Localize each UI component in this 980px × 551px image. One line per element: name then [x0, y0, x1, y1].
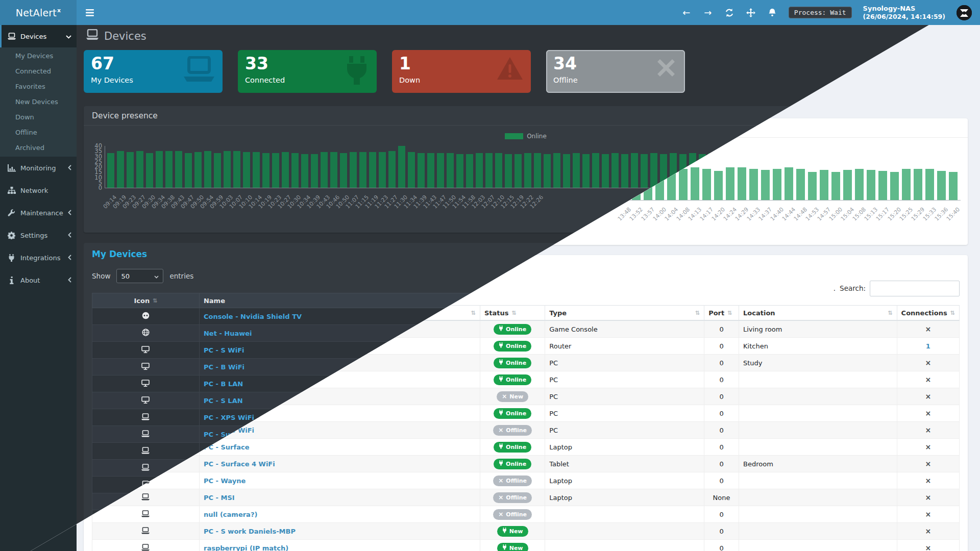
chart-bar[interactable]: [785, 167, 793, 200]
device-name-link[interactable]: PC - XPS WiFi: [204, 414, 254, 421]
chart-bar[interactable]: [379, 152, 386, 188]
device-name-link[interactable]: PC - S WiFi: [204, 346, 244, 354]
chart-bar[interactable]: [855, 169, 864, 201]
device-name-link[interactable]: raspberrypi (IP match): [204, 544, 288, 551]
chart-bar[interactable]: [127, 152, 134, 188]
device-name-link[interactable]: null (camera?): [204, 511, 257, 518]
chart-bar[interactable]: [602, 154, 609, 188]
delete-connection-icon[interactable]: ×: [925, 493, 931, 502]
chart-bar[interactable]: [156, 151, 163, 188]
device-name-link[interactable]: PC - B WiFi: [204, 363, 244, 371]
sidebar-item-maintenance[interactable]: Maintenance: [0, 202, 77, 224]
submenu-item-offline[interactable]: Offline: [0, 125, 77, 140]
delete-connection-icon[interactable]: ×: [925, 460, 931, 468]
chart-bar[interactable]: [843, 170, 852, 200]
chart-bar[interactable]: [136, 151, 143, 188]
chart-bar[interactable]: [534, 153, 541, 188]
chart-bar[interactable]: [272, 153, 279, 188]
chart-bar[interactable]: [761, 170, 770, 200]
table-row[interactable]: PC - S work Daniels-MBPNew0×: [92, 523, 960, 540]
sort-icon[interactable]: ⇅: [888, 310, 892, 316]
chart-bar[interactable]: [146, 153, 153, 188]
column-header-name[interactable]: Name⇅: [199, 293, 480, 308]
device-name-link[interactable]: Console - Nvidia Shield TV: [204, 313, 302, 320]
delete-connection-icon[interactable]: ×: [925, 443, 931, 451]
delete-connection-icon[interactable]: ×: [925, 359, 931, 367]
chart-bar[interactable]: [914, 169, 922, 201]
stat-card-my-devices[interactable]: 67My Devices: [84, 50, 223, 93]
sort-icon[interactable]: ⇅: [512, 310, 517, 316]
chart-bar[interactable]: [726, 167, 734, 200]
chart-bar[interactable]: [185, 153, 192, 188]
search-input[interactable]: [870, 281, 960, 296]
chart-bar[interactable]: [301, 154, 308, 188]
chart-bar[interactable]: [243, 152, 250, 188]
chart-bar[interactable]: [359, 152, 366, 188]
chart-bar[interactable]: [117, 151, 124, 188]
page-length-select[interactable]: 50: [116, 269, 163, 283]
app-logo[interactable]: NetAlertx: [0, 0, 77, 25]
chart-bar[interactable]: [573, 153, 580, 188]
chart-bar[interactable]: [831, 172, 840, 200]
delete-connection-icon[interactable]: ×: [925, 527, 931, 535]
submenu-item-new-devices[interactable]: New Devices: [0, 94, 77, 110]
device-name-link[interactable]: PC - Surface 4 WiFi: [204, 460, 275, 468]
chart-bar[interactable]: [204, 151, 211, 188]
chart-bar[interactable]: [107, 153, 114, 188]
chart-bar[interactable]: [592, 153, 599, 188]
chart-bar[interactable]: [902, 169, 911, 201]
bell-icon[interactable]: [767, 8, 777, 18]
forward-arrow-icon[interactable]: →: [703, 8, 713, 18]
chart-bar[interactable]: [447, 153, 454, 188]
sort-icon[interactable]: ⇅: [695, 310, 700, 316]
table-row[interactable]: PC - Surface 4 WiFiOnlineTablet0Bedroom×: [92, 456, 960, 472]
chart-bar[interactable]: [820, 170, 828, 200]
chart-bar[interactable]: [796, 169, 805, 201]
chart-bar[interactable]: [388, 151, 396, 188]
chart-bar[interactable]: [253, 152, 260, 188]
chart-bar[interactable]: [262, 153, 270, 188]
chart-bar[interactable]: [544, 154, 551, 188]
sort-icon[interactable]: ⇅: [153, 297, 157, 304]
chart-bar[interactable]: [311, 154, 318, 188]
chart-bar[interactable]: [702, 169, 711, 201]
chart-bar[interactable]: [773, 169, 781, 201]
delete-connection-icon[interactable]: ×: [925, 392, 931, 400]
table-row[interactable]: PC - MSI×OfflineLaptopNone×: [92, 489, 960, 506]
device-name-link[interactable]: PC - S work Daniels-MBP: [204, 528, 296, 535]
submenu-item-down[interactable]: Down: [0, 110, 77, 125]
sidebar-item-integrations[interactable]: Integrations: [0, 246, 77, 269]
chart-bar[interactable]: [949, 172, 958, 200]
column-header-location[interactable]: Location⇅: [739, 306, 897, 321]
table-row[interactable]: PC - SurfaceOnlineLaptop0×: [92, 439, 960, 456]
chart-bar[interactable]: [524, 153, 531, 188]
sidebar-item-about[interactable]: About: [0, 269, 77, 291]
chart-bar[interactable]: [466, 154, 473, 188]
chart-bar[interactable]: [476, 153, 483, 188]
sidebar-item-settings[interactable]: Settings: [0, 224, 77, 246]
column-header-port[interactable]: Port⇅: [704, 306, 739, 321]
chart-bar[interactable]: [641, 154, 648, 188]
chart-bar[interactable]: [808, 172, 817, 200]
stat-card-offline[interactable]: 34Offline: [546, 50, 685, 93]
chart-bar[interactable]: [563, 154, 570, 188]
chart-bar[interactable]: [495, 153, 502, 188]
submenu-item-my-devices[interactable]: My Devices: [0, 48, 77, 64]
chart-bar[interactable]: [714, 171, 723, 200]
submenu-item-archived[interactable]: Archived: [0, 140, 77, 156]
column-header-status[interactable]: Status⇅: [480, 306, 545, 321]
chart-bar[interactable]: [679, 169, 688, 201]
hamburger-menu-icon[interactable]: [77, 0, 103, 25]
chart-bar[interactable]: [553, 153, 560, 188]
stat-card-down[interactable]: 1Down: [392, 50, 531, 93]
chart-bar[interactable]: [350, 152, 357, 188]
chart-bar[interactable]: [437, 153, 444, 188]
chart-bar[interactable]: [650, 153, 657, 188]
chart-bar[interactable]: [408, 152, 415, 188]
chart-bar[interactable]: [505, 154, 512, 188]
submenu-item-connected[interactable]: Connected: [0, 64, 77, 79]
sidebar-item-devices[interactable]: Devices: [0, 25, 77, 47]
device-name-link[interactable]: PC - MSI: [204, 494, 235, 502]
chart-bar[interactable]: [214, 153, 221, 188]
table-row[interactable]: raspberrypi (IP match)New0×: [92, 540, 960, 551]
